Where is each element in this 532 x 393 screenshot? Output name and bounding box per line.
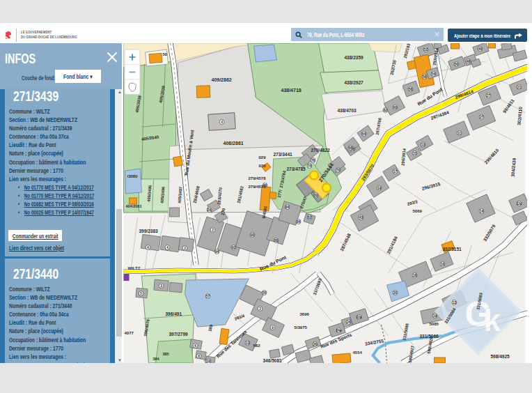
svg-text:10: 10	[207, 360, 211, 363]
svg-text:62: 62	[384, 109, 388, 112]
svg-text:5/3975: 5/3975	[295, 325, 308, 330]
svg-text:2: 2	[259, 307, 261, 311]
svg-text:396/491: 396/491	[166, 311, 182, 316]
svg-text:27: 27	[487, 94, 491, 98]
svg-text:13: 13	[246, 341, 250, 345]
svg-text:438/2359: 438/2359	[345, 55, 363, 60]
svg-text:26: 26	[313, 343, 318, 346]
svg-text:5085: 5085	[430, 322, 439, 326]
svg-text:68: 68	[349, 146, 353, 150]
svg-text:56: 56	[423, 75, 427, 79]
svg-text:408/2861: 408/2861	[224, 141, 244, 146]
svg-text:60: 60	[393, 106, 398, 109]
svg-text:50: 50	[163, 52, 168, 56]
svg-text:409/2862: 409/2862	[212, 77, 232, 82]
svg-text:55: 55	[263, 291, 267, 295]
svg-text:64: 64	[362, 132, 366, 136]
svg-text:4077: 4077	[125, 331, 134, 335]
svg-text:24: 24	[347, 321, 351, 324]
svg-text:2A: 2A	[208, 208, 212, 212]
svg-text:2: 2	[184, 247, 186, 250]
svg-text:14: 14	[480, 210, 484, 213]
svg-text:384: 384	[153, 357, 160, 361]
svg-text:13: 13	[453, 301, 457, 305]
svg-text:438/2927: 438/2927	[345, 80, 363, 85]
svg-text:52: 52	[424, 48, 428, 52]
svg-text:8: 8	[198, 355, 200, 358]
svg-text:27: 27	[480, 116, 484, 119]
svg-text:48: 48	[467, 60, 471, 63]
svg-text:k: k	[484, 303, 501, 337]
svg-text:2: 2	[212, 229, 214, 232]
svg-text:16: 16	[441, 263, 445, 266]
svg-text:13: 13	[421, 144, 425, 147]
svg-text:57: 57	[206, 295, 210, 298]
svg-text:273/3441: 273/3441	[274, 152, 292, 157]
svg-text:3696: 3696	[300, 312, 310, 316]
svg-text:15: 15	[413, 152, 417, 155]
svg-text:270/4822: 270/4822	[311, 148, 330, 153]
svg-text:46: 46	[478, 47, 483, 51]
svg-text:/3080: /3080	[127, 174, 139, 178]
svg-text:11: 11	[457, 132, 461, 135]
svg-text:030: 030	[259, 164, 267, 168]
svg-text:029: 029	[259, 155, 267, 160]
svg-text:74: 74	[308, 164, 312, 168]
svg-text:50: 50	[455, 63, 459, 66]
svg-text:18: 18	[413, 274, 417, 277]
svg-text:399/2383: 399/2383	[139, 229, 158, 233]
svg-text:4554: 4554	[353, 350, 363, 355]
svg-text:346/5081: 346/5081	[263, 358, 282, 363]
svg-text:WILTZ: WILTZ	[128, 266, 141, 270]
svg-text:82: 82	[308, 216, 312, 219]
svg-text:5: 5	[140, 292, 142, 295]
svg-text:22a: 22a	[357, 316, 362, 319]
svg-text:58: 58	[409, 88, 413, 91]
svg-text:385: 385	[163, 352, 169, 356]
svg-text:279/4579: 279/4579	[249, 185, 267, 189]
svg-text:80: 80	[314, 194, 318, 197]
svg-text:4: 4	[221, 121, 223, 124]
svg-text:3: 3	[160, 284, 162, 288]
svg-text:54: 54	[432, 72, 436, 76]
svg-text:582: 582	[253, 344, 261, 348]
svg-text:19: 19	[433, 314, 437, 318]
svg-text:12c: 12c	[517, 202, 522, 206]
svg-text:332/5151: 332/5151	[443, 247, 462, 252]
svg-text:88: 88	[274, 239, 279, 242]
svg-text:24a: 24a	[336, 329, 342, 332]
svg-text:404/2081: 404/2081	[126, 204, 142, 208]
svg-text:438/4718: 438/4718	[281, 88, 302, 93]
svg-text:90: 90	[251, 233, 255, 237]
svg-text:438/4703: 438/4703	[338, 108, 357, 113]
svg-text:92: 92	[232, 246, 236, 249]
svg-text:273/4785: 273/4785	[287, 167, 306, 171]
svg-text:94: 94	[215, 250, 219, 254]
svg-text:279/4578: 279/4578	[249, 176, 267, 180]
svg-text:84: 84	[285, 206, 290, 209]
svg-text:6: 6	[147, 246, 149, 249]
svg-text:84: 84	[297, 220, 301, 224]
svg-text:70: 70	[336, 169, 341, 172]
svg-text:43: 43	[359, 216, 363, 219]
svg-text:397/2799: 397/2799	[169, 332, 188, 337]
svg-text:9: 9	[272, 326, 274, 330]
svg-text:76: 76	[311, 159, 315, 162]
svg-text:5069: 5069	[413, 209, 423, 213]
svg-text:598/4925: 598/4925	[491, 354, 510, 359]
svg-text:17: 17	[393, 170, 398, 174]
svg-text:4: 4	[166, 246, 169, 249]
svg-text:19: 19	[377, 187, 382, 190]
svg-text:21: 21	[517, 86, 522, 89]
svg-text:6: 6	[194, 344, 196, 348]
svg-text:20: 20	[393, 291, 398, 295]
